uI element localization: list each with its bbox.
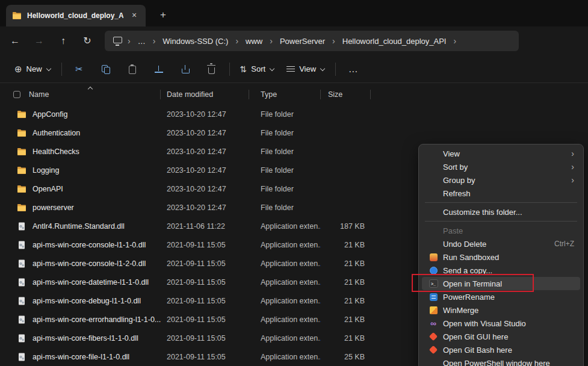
file-row[interactable]: AppConfig 2023-10-20 12:47 File folder: [12, 105, 588, 123]
menu-item-label: PowerRename: [443, 293, 574, 302]
refresh-button[interactable]: ↻: [78, 32, 96, 50]
sort-button-label: Sort: [251, 64, 265, 73]
dll-file-icon: [17, 240, 26, 250]
column-header-date-modified[interactable]: Date modified: [161, 87, 249, 102]
menu-item-undo-delete[interactable]: Undo Delete Ctrl+Z: [422, 237, 580, 250]
paste-button[interactable]: [119, 60, 146, 79]
column-header-name[interactable]: Name: [12, 87, 161, 102]
menu-item-label: Open PowerShell window here: [443, 359, 574, 366]
new-tab-button[interactable]: +: [155, 7, 171, 23]
file-date: 2021-09-11 15:05: [161, 278, 249, 287]
file-date: 2023-10-20 12:47: [161, 203, 249, 212]
forward-button[interactable]: →: [30, 32, 48, 50]
menu-item-label: Refresh: [443, 189, 574, 198]
submenu-chevron-icon: ›: [571, 162, 574, 172]
git-gui-icon: [428, 330, 439, 343]
file-type: File folder: [249, 147, 321, 156]
folder-icon: [17, 166, 26, 175]
explorer-tab[interactable]: Helloworld_cloud_deploy_API ×: [6, 5, 146, 26]
back-button[interactable]: ←: [6, 32, 24, 50]
menu-item-sort-by[interactable]: Sort by ›: [422, 160, 580, 173]
breadcrumb-chevron-icon: ›: [330, 36, 337, 46]
breadcrumb-item-www[interactable]: www: [241, 35, 267, 48]
dll-file-icon: [17, 259, 26, 268]
delete-button[interactable]: [199, 60, 225, 79]
menu-item-open-powershell[interactable]: Open PowerShell window here: [422, 356, 580, 366]
address-bar[interactable]: › … › Windows-SSD (C:) › www › PowerServ…: [105, 31, 519, 51]
menu-item-view[interactable]: View ›: [422, 147, 580, 160]
column-header-name-label: Name: [29, 90, 49, 99]
column-header-type[interactable]: Type: [249, 87, 321, 102]
file-row[interactable]: Authentication 2023-10-20 12:47 File fol…: [12, 123, 588, 142]
cut-icon: ✂: [75, 64, 83, 75]
breadcrumb-chevron-icon: ›: [268, 36, 274, 46]
menu-item-open-git-gui[interactable]: Open Git GUI here: [422, 330, 580, 343]
up-button[interactable]: ↑: [54, 32, 72, 50]
breadcrumb-item-current-folder[interactable]: Helloworld_cloud_deploy_API: [338, 35, 451, 48]
file-type: File folder: [249, 110, 321, 119]
file-name: api-ms-win-core-datetime-l1-1-0.dll: [32, 278, 149, 287]
menu-item-paste: Paste: [422, 224, 580, 237]
rename-icon: [155, 66, 163, 73]
file-size: 21 KB: [321, 278, 371, 287]
menu-item-customize-folder[interactable]: Customize this folder...: [422, 205, 580, 219]
file-date: 2023-10-20 12:47: [161, 166, 249, 175]
chevron-down-icon: [320, 67, 325, 72]
file-type: Application exten...: [249, 353, 321, 361]
navigation-bar: ← → ↑ ↻ › … › Windows-SSD (C:) › www › P…: [0, 26, 588, 55]
view-button-label: View: [299, 64, 316, 73]
sort-button[interactable]: ⇅ Sort: [234, 60, 281, 79]
dll-file-icon: [17, 296, 26, 306]
menu-item-send-a-copy[interactable]: Send a copy...: [422, 264, 580, 277]
select-all-checkbox[interactable]: [13, 91, 20, 98]
file-size: 21 KB: [321, 315, 371, 324]
menu-item-shortcut: Ctrl+Z: [554, 240, 574, 248]
column-header-size-label: Size: [328, 90, 342, 99]
file-type: Application exten...: [249, 259, 321, 268]
cut-button[interactable]: ✂: [66, 60, 93, 79]
more-options-button[interactable]: …: [340, 60, 367, 79]
share-button[interactable]: [172, 60, 199, 79]
menu-item-label: Undo Delete: [443, 240, 554, 249]
breadcrumb-item-powerserver[interactable]: PowerServer: [276, 35, 329, 48]
view-button[interactable]: View: [280, 60, 331, 79]
menu-item-open-in-terminal[interactable]: >_ Open in Terminal: [422, 277, 580, 290]
column-header-date-label: Date modified: [167, 90, 213, 99]
file-date: 2023-10-20 12:47: [161, 185, 249, 193]
breadcrumb-chevron-icon: ›: [126, 36, 132, 46]
file-date: 2023-10-20 12:47: [161, 147, 249, 156]
file-type: File folder: [249, 185, 321, 193]
menu-item-label: Open Git GUI here: [443, 332, 574, 341]
new-button[interactable]: ⊕ New: [8, 60, 57, 79]
menu-item-refresh[interactable]: Refresh: [422, 187, 580, 200]
send-copy-icon: [428, 264, 439, 277]
folder-icon: [17, 128, 26, 138]
breadcrumb-item-windows-ssd[interactable]: Windows-SSD (C:): [158, 35, 232, 48]
tab-close-icon[interactable]: ×: [129, 10, 140, 21]
file-date: 2023-10-20 12:47: [161, 129, 249, 137]
menu-item-open-with-visual-studio[interactable]: ∞ Open with Visual Studio: [422, 317, 580, 330]
menu-item-powerrename[interactable]: PowerRename: [422, 290, 580, 303]
file-date: 2021-09-11 15:05: [161, 315, 249, 324]
file-name: Authentication: [32, 129, 80, 137]
file-type: Application exten...: [249, 315, 321, 324]
dll-file-icon: [17, 315, 26, 324]
paste-icon: [129, 66, 136, 74]
sandbox-icon: [428, 250, 439, 264]
menu-item-label: View: [443, 149, 571, 158]
menu-item-label: Customize this folder...: [443, 208, 574, 217]
context-menu: View › Sort by › Group by › Refresh Cust…: [418, 144, 584, 366]
menu-item-winmerge[interactable]: WinMerge: [422, 303, 580, 317]
file-type: Application exten...: [249, 278, 321, 287]
menu-item-run-sandboxed[interactable]: Run Sandboxed: [422, 250, 580, 264]
chevron-down-icon: [270, 67, 274, 72]
rename-button[interactable]: [146, 60, 172, 79]
menu-item-open-git-bash[interactable]: Open Git Bash here: [422, 343, 580, 356]
breadcrumb-overflow-button[interactable]: …: [134, 35, 150, 48]
dll-file-icon: [17, 222, 26, 231]
command-toolbar: ⊕ New ✂ ⇅ Sort View …: [0, 55, 588, 83]
menu-item-group-by[interactable]: Group by ›: [422, 173, 580, 187]
column-header-size[interactable]: Size: [321, 87, 371, 102]
copy-button[interactable]: [93, 60, 119, 79]
breadcrumb-chevron-icon: ›: [451, 36, 458, 46]
